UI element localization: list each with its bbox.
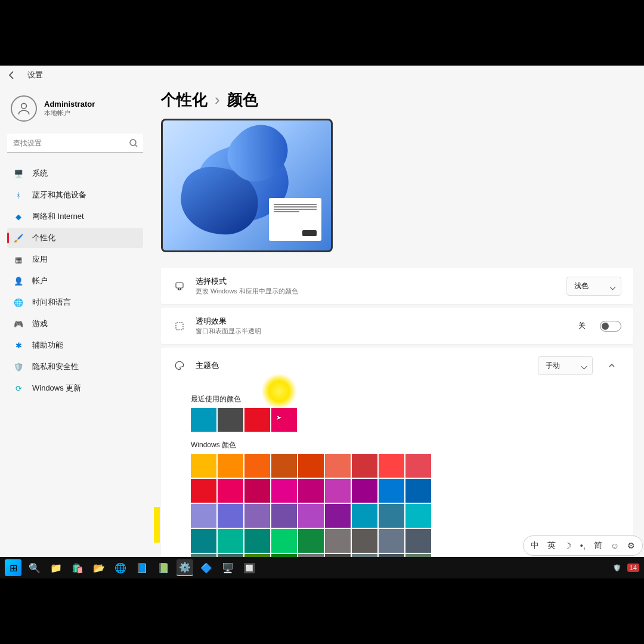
color-swatch[interactable]: [298, 479, 324, 503]
color-swatch[interactable]: [405, 454, 431, 478]
task-edge[interactable]: 🌐: [112, 559, 129, 576]
color-swatch[interactable]: [218, 504, 243, 528]
start-button[interactable]: ⊞: [5, 559, 21, 576]
shield-icon: 🛡️: [13, 361, 24, 372]
preview-window: [269, 198, 321, 241]
person-icon: 👤: [13, 275, 24, 286]
color-swatch[interactable]: [405, 529, 431, 553]
expander-button[interactable]: [602, 356, 621, 375]
ime-bar[interactable]: 中 英 ☽ •ˌ 简 ☺ ⚙: [523, 535, 643, 556]
task-app2[interactable]: 🖥️: [219, 559, 236, 576]
color-swatch[interactable]: [271, 529, 297, 553]
color-swatch[interactable]: [298, 529, 324, 553]
color-swatch[interactable]: [191, 529, 216, 553]
tray-badge[interactable]: 14: [627, 564, 639, 572]
color-swatch[interactable]: [271, 504, 297, 528]
nav-system[interactable]: 🖥️系统: [7, 163, 143, 184]
nav-label: 蓝牙和其他设备: [32, 190, 86, 200]
color-swatch[interactable]: [298, 504, 324, 528]
color-swatch[interactable]: [325, 529, 351, 553]
color-swatch[interactable]: [218, 479, 243, 503]
task-store[interactable]: 🛍️: [69, 559, 86, 576]
nav-network[interactable]: ◆网络和 Internet: [7, 206, 143, 227]
user-block[interactable]: Administrator 本地帐户: [7, 89, 143, 132]
nav-label: 帐户: [32, 275, 48, 286]
ime-emoji-icon[interactable]: ☺: [611, 541, 619, 550]
color-swatch[interactable]: [352, 529, 377, 553]
nav-update[interactable]: ⟳Windows 更新: [7, 378, 143, 398]
ime-gear-icon[interactable]: ⚙: [627, 541, 635, 550]
task-app3[interactable]: 🔲: [241, 559, 258, 576]
ime-jian[interactable]: 简: [594, 540, 602, 551]
recent-swatch[interactable]: [218, 408, 243, 432]
bluetooth-icon: ᚼ: [13, 190, 24, 200]
nav-accounts[interactable]: 👤帐户: [7, 271, 143, 291]
color-swatch[interactable]: [191, 479, 216, 503]
user-role: 本地帐户: [44, 109, 95, 117]
color-swatch[interactable]: [244, 479, 270, 503]
ime-en[interactable]: 英: [547, 540, 556, 551]
color-swatch[interactable]: [405, 479, 431, 503]
accent-mode-select[interactable]: 手动: [538, 356, 593, 375]
avatar-icon: [11, 95, 37, 122]
color-swatch[interactable]: [244, 454, 270, 478]
breadcrumb-page: 颜色: [227, 89, 258, 110]
recent-swatch[interactable]: [244, 408, 270, 432]
back-button[interactable]: [6, 69, 18, 81]
task-search[interactable]: 🔍: [26, 559, 43, 576]
task-excel[interactable]: 📗: [155, 559, 172, 576]
nav-apps[interactable]: ▦应用: [7, 249, 143, 270]
color-swatch[interactable]: [271, 454, 297, 478]
nav-list: 🖥️系统 ᚼ蓝牙和其他设备 ◆网络和 Internet 🖌️个性化 ▦应用 👤帐…: [7, 163, 143, 398]
color-swatch[interactable]: [352, 479, 377, 503]
ime-dot[interactable]: •ˌ: [580, 541, 586, 550]
nav-personalization[interactable]: 🖌️个性化: [7, 228, 143, 248]
tray-shield-icon[interactable]: 🛡️: [613, 564, 621, 572]
color-swatch[interactable]: [244, 504, 270, 528]
ime-moon-icon[interactable]: ☽: [564, 541, 572, 550]
color-swatch[interactable]: [379, 504, 404, 528]
nav-bluetooth[interactable]: ᚼ蓝牙和其他设备: [7, 185, 143, 205]
nav-accessibility[interactable]: ✱辅助功能: [7, 335, 143, 355]
color-swatch[interactable]: [352, 454, 377, 478]
color-swatch[interactable]: [379, 479, 404, 503]
color-swatch[interactable]: [218, 529, 243, 553]
nav-label: 隐私和安全性: [32, 361, 79, 372]
ime-ch[interactable]: 中: [531, 540, 539, 551]
color-swatch[interactable]: [379, 529, 404, 553]
nav-privacy[interactable]: 🛡️隐私和安全性: [7, 357, 143, 377]
recent-swatch[interactable]: [191, 408, 216, 432]
color-swatch[interactable]: [271, 479, 297, 503]
task-explorer[interactable]: 📁: [48, 559, 64, 576]
globe-icon: 🌐: [13, 297, 24, 308]
breadcrumb-parent[interactable]: 个性化: [161, 89, 208, 110]
color-swatch[interactable]: [379, 454, 404, 478]
card-mode[interactable]: 选择模式 更改 Windows 和应用中显示的颜色 浅色: [161, 268, 633, 304]
nav-gaming[interactable]: 🎮游戏: [7, 314, 143, 334]
recent-swatch[interactable]: [271, 408, 297, 432]
color-swatch[interactable]: [244, 529, 270, 553]
color-swatch[interactable]: [325, 479, 351, 503]
color-swatch[interactable]: [298, 454, 324, 478]
task-settings[interactable]: ⚙️: [177, 559, 193, 576]
task-word[interactable]: 📘: [134, 559, 150, 576]
task-folder[interactable]: 📂: [91, 559, 107, 576]
search-box[interactable]: [7, 134, 143, 153]
search-input[interactable]: [7, 134, 143, 153]
card-transparency[interactable]: 透明效果 窗口和表面显示半透明 关: [161, 308, 633, 344]
color-swatch[interactable]: [325, 504, 351, 528]
system-tray[interactable]: 🛡️ 14: [613, 564, 639, 572]
color-swatch[interactable]: [191, 454, 216, 478]
color-swatch[interactable]: [352, 504, 377, 528]
color-swatch[interactable]: [191, 504, 216, 528]
color-swatch[interactable]: [218, 454, 243, 478]
task-app1[interactable]: 🔷: [198, 559, 215, 576]
color-swatch[interactable]: [325, 454, 351, 478]
color-swatch[interactable]: [405, 504, 431, 528]
card-desc: 更改 Windows 和应用中显示的颜色: [196, 287, 557, 296]
card-accent[interactable]: 主题色 手动: [161, 348, 633, 383]
transparency-toggle[interactable]: [600, 321, 621, 332]
taskbar[interactable]: ⊞ 🔍 📁 🛍️ 📂 🌐 📘 📗 ⚙️ 🔷 🖥️ 🔲 🛡️ 14: [0, 557, 644, 578]
mode-select[interactable]: 浅色: [566, 277, 621, 296]
nav-time[interactable]: 🌐时间和语言: [7, 292, 143, 312]
